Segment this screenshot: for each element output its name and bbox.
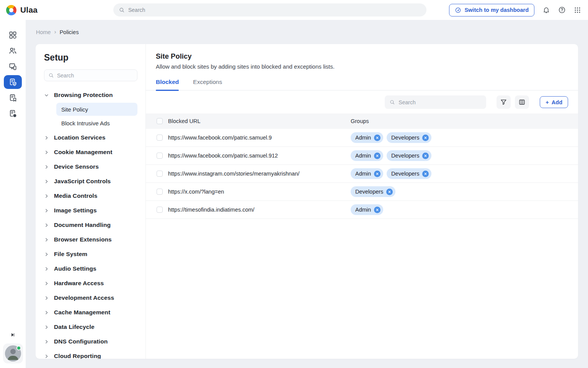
remove-group-icon[interactable] xyxy=(422,135,429,141)
rail-devices-item[interactable] xyxy=(4,59,22,73)
chevron-icon xyxy=(44,296,49,301)
chevron-icon xyxy=(44,194,49,199)
sidebar-item-label: Site Policy xyxy=(61,106,88,113)
sidebar-section-label: Development Access xyxy=(54,294,114,301)
breadcrumb-home[interactable]: Home xyxy=(36,29,51,35)
switch-dashboard-button[interactable]: Switch to my dashboard xyxy=(449,4,534,16)
add-button[interactable]: + Add xyxy=(540,96,568,108)
sidebar-item[interactable]: Block Intrusive Ads xyxy=(56,117,137,130)
setup-search-input[interactable]: Search xyxy=(44,69,137,81)
breadcrumb: Home › Policies xyxy=(26,20,588,44)
plus-icon: + xyxy=(546,99,549,105)
sidebar-section[interactable]: Document Handling xyxy=(44,218,137,232)
user-avatar[interactable] xyxy=(3,343,23,363)
online-status-dot xyxy=(16,346,21,350)
rail-policies-item[interactable] xyxy=(4,75,22,89)
breadcrumb-current: Policies xyxy=(60,29,79,35)
select-all-checkbox[interactable] xyxy=(157,118,163,124)
sidebar-section[interactable]: Development Access xyxy=(44,291,137,305)
sidebar-section-label: Cache Management xyxy=(54,309,110,316)
sidebar-section[interactable]: Browsing Protection xyxy=(44,88,137,102)
columns-icon xyxy=(518,99,526,106)
chevron-icon xyxy=(44,339,49,344)
table-toolbar: Search + Add xyxy=(146,90,578,113)
table-row: https://timesofindia.indiatimes.com/ Adm… xyxy=(146,201,578,219)
sidebar-section[interactable]: Device Sensors xyxy=(44,159,137,174)
apps-grid-icon[interactable] xyxy=(574,7,581,14)
sidebar-section[interactable]: Cookie Management xyxy=(44,145,137,159)
remove-group-icon[interactable] xyxy=(374,171,381,177)
table-row: https://www.instagram.com/stories/meramy… xyxy=(146,165,578,183)
group-chip-label: Admin xyxy=(355,153,371,159)
sidebar-section-label: Browser Extensions xyxy=(54,236,112,243)
group-chip-label: Admin xyxy=(355,207,371,213)
remove-group-icon[interactable] xyxy=(374,207,381,213)
content-area: Home › Policies Setup Search Browsing Pr… xyxy=(26,20,588,368)
groups-cell: Admin Developers xyxy=(351,132,578,143)
remove-group-icon[interactable] xyxy=(422,153,429,159)
sidebar-section[interactable]: Cache Management xyxy=(44,305,137,320)
row-checkbox[interactable] xyxy=(157,153,163,159)
tab-blocked[interactable]: Blocked xyxy=(156,79,179,90)
setup-title: Setup xyxy=(44,53,137,63)
sidebar-section[interactable]: DNS Configuration xyxy=(44,334,137,349)
left-nav-rail xyxy=(0,20,26,368)
rail-policy-bookmark-item[interactable] xyxy=(4,91,22,105)
sidebar-section[interactable]: JavaScript Controls xyxy=(44,174,137,189)
brand[interactable]: Ulaa xyxy=(6,5,38,15)
remove-group-icon[interactable] xyxy=(422,171,429,177)
ulaa-logo-icon xyxy=(6,5,16,15)
sidebar-section[interactable]: Image Settings xyxy=(44,203,137,218)
policies-shield-icon xyxy=(8,78,17,87)
column-groups: Groups xyxy=(351,118,578,124)
chevron-icon xyxy=(44,208,49,213)
remove-group-icon[interactable] xyxy=(386,189,393,195)
table-row: https://www.facebook.com/patric.samuel.9… xyxy=(146,129,578,147)
row-checkbox[interactable] xyxy=(157,135,163,141)
global-search-input[interactable]: Search xyxy=(113,3,426,16)
groups-cell: Admin xyxy=(351,204,578,215)
sidebar-section[interactable]: Data Lifecycle xyxy=(44,320,137,334)
remove-group-icon[interactable] xyxy=(374,135,381,141)
site-policy-panel: Site Policy Allow and block sites by add… xyxy=(146,44,578,359)
tab-exceptions[interactable]: Exceptions xyxy=(193,79,222,90)
sidebar-section-label: Location Services xyxy=(54,134,105,141)
chevron-icon xyxy=(44,281,49,286)
rail-policy-gear-item[interactable] xyxy=(4,107,22,120)
sidebar-section-label: File System xyxy=(54,251,87,258)
chevron-icon xyxy=(44,252,49,257)
sidebar-section-label: Image Settings xyxy=(54,207,97,214)
table-body: https://www.facebook.com/patric.samuel.9… xyxy=(146,129,578,359)
expand-rail-icon[interactable] xyxy=(10,332,15,337)
dashboard-gauge-icon xyxy=(455,7,461,13)
row-checkbox[interactable] xyxy=(157,171,163,177)
rail-dashboard-item[interactable] xyxy=(4,28,22,42)
rail-users-item[interactable] xyxy=(4,44,22,58)
notifications-bell-icon[interactable] xyxy=(542,6,550,14)
page-description: Allow and block sites by adding sites in… xyxy=(156,63,568,70)
row-checkbox[interactable] xyxy=(157,207,163,213)
sidebar-section-label: Browsing Protection xyxy=(54,92,113,99)
table-search-input[interactable]: Search xyxy=(385,95,486,109)
group-chip: Admin xyxy=(351,204,383,215)
dashboard-icon xyxy=(8,31,17,39)
sidebar-section[interactable]: Audio Settings xyxy=(44,261,137,276)
row-checkbox[interactable] xyxy=(157,189,163,195)
sidebar-section[interactable]: Browser Extensions xyxy=(44,232,137,247)
sidebar-item[interactable]: Site Policy xyxy=(56,103,137,116)
sidebar-section[interactable]: Location Services xyxy=(44,130,137,145)
table-row: https://x.com/?lang=en Developers xyxy=(146,183,578,201)
chevron-icon xyxy=(44,164,49,169)
filter-button[interactable] xyxy=(497,95,511,109)
group-chip: Developers xyxy=(387,150,431,161)
sidebar-section[interactable]: Hardware Access xyxy=(44,276,137,291)
sidebar-section[interactable]: Cloud Reporting xyxy=(44,349,137,359)
remove-group-icon[interactable] xyxy=(374,153,381,159)
sidebar-section[interactable]: Media Controls xyxy=(44,189,137,203)
sidebar-section[interactable]: File System xyxy=(44,247,137,261)
policies-card: Setup Search Browsing Protection Site Po… xyxy=(36,44,578,359)
columns-button[interactable] xyxy=(515,95,529,109)
breadcrumb-separator-icon: › xyxy=(54,28,56,35)
help-icon[interactable] xyxy=(558,6,566,14)
search-icon xyxy=(119,7,125,13)
